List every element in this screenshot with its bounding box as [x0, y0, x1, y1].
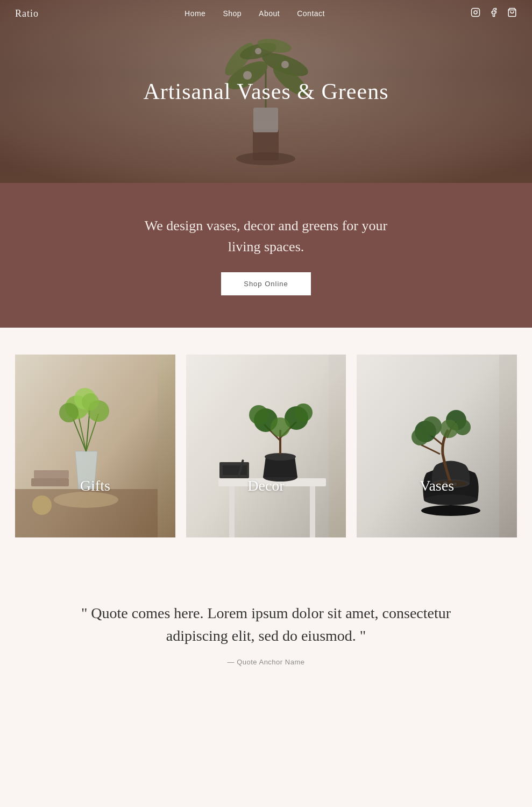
- quote-text: " Quote comes here. Lorem ipsum dolor si…: [78, 602, 455, 647]
- nav-social-icons: [471, 8, 517, 19]
- facebook-icon[interactable]: [489, 8, 499, 19]
- svg-point-29: [82, 393, 99, 410]
- svg-point-2: [477, 10, 478, 11]
- svg-rect-31: [34, 470, 69, 478]
- quote-section: " Quote comes here. Lorem ipsum dolor si…: [0, 564, 532, 709]
- svg-point-60: [440, 420, 458, 438]
- svg-point-46: [294, 404, 313, 422]
- svg-rect-34: [186, 355, 329, 537]
- product-card-vases[interactable]: Vases: [357, 355, 517, 537]
- svg-point-32: [32, 495, 52, 515]
- svg-rect-37: [310, 486, 315, 537]
- quote-anchor: — Quote Anchor Name: [228, 658, 305, 666]
- brand-logo[interactable]: Ratio: [15, 8, 39, 19]
- svg-point-26: [59, 403, 79, 422]
- shop-online-button[interactable]: Shop Online: [221, 272, 311, 295]
- hero-title: Artisanal Vases & Greens: [144, 79, 389, 104]
- svg-rect-36: [229, 486, 235, 537]
- svg-rect-0: [472, 9, 480, 17]
- product-image-gifts: [15, 355, 175, 537]
- svg-point-53: [424, 494, 478, 505]
- product-label-decor: Decor: [247, 477, 284, 494]
- svg-rect-49: [223, 465, 247, 475]
- svg-point-47: [271, 417, 290, 437]
- svg-point-1: [474, 11, 477, 14]
- nav-home[interactable]: Home: [185, 9, 205, 18]
- product-card-decor[interactable]: Decor: [186, 355, 346, 537]
- products-section: Gifts: [0, 328, 532, 564]
- tagline-text: We design vases, decor and greens for yo…: [132, 215, 401, 257]
- svg-rect-30: [31, 478, 69, 486]
- tagline-section: We design vases, decor and greens for yo…: [0, 183, 532, 328]
- nav-shop[interactable]: Shop: [223, 9, 242, 18]
- svg-point-44: [249, 405, 268, 424]
- svg-point-52: [421, 505, 480, 516]
- main-nav: Ratio Home Shop About Contact: [0, 0, 532, 27]
- cart-icon[interactable]: [507, 8, 517, 19]
- product-image-vases: [357, 355, 517, 537]
- instagram-icon[interactable]: [471, 8, 480, 19]
- nav-about[interactable]: About: [259, 9, 280, 18]
- nav-contact[interactable]: Contact: [297, 9, 325, 18]
- product-label-vases: Vases: [420, 477, 454, 494]
- nav-links: Home Shop About Contact: [185, 9, 325, 18]
- product-label-gifts: Gifts: [80, 477, 110, 494]
- product-image-decor: [186, 355, 346, 537]
- svg-point-57: [422, 416, 442, 436]
- product-card-gifts[interactable]: Gifts: [15, 355, 175, 537]
- hero-section: Artisanal Vases & Greens: [0, 0, 532, 183]
- svg-point-39: [265, 453, 296, 461]
